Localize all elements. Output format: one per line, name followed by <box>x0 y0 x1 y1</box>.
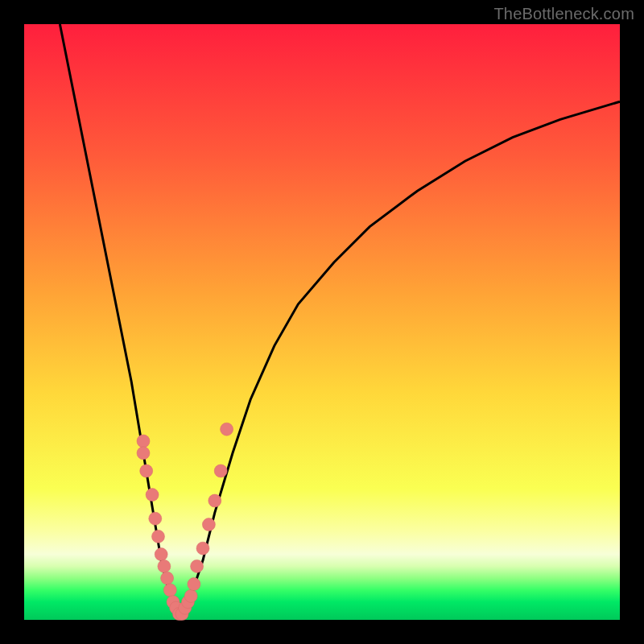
data-dot <box>163 584 176 597</box>
data-dot <box>158 559 171 572</box>
data-dot <box>188 578 200 591</box>
data-dot <box>137 435 150 448</box>
data-dot <box>146 489 159 502</box>
data-dot <box>208 494 221 507</box>
data-dot <box>221 423 233 436</box>
data-dots <box>137 423 233 620</box>
data-dot <box>140 464 153 477</box>
curve-right-branch <box>179 101 620 613</box>
data-dot <box>161 572 174 584</box>
data-dot <box>152 530 165 543</box>
data-dot <box>202 518 215 531</box>
data-dot <box>191 559 204 572</box>
plot-area <box>24 24 620 620</box>
data-dot <box>149 512 162 525</box>
data-dot <box>155 548 167 561</box>
data-dot <box>214 464 227 477</box>
watermark-text: TheBottleneck.com <box>493 5 634 23</box>
curve-layer <box>24 24 620 620</box>
data-dot <box>196 542 209 555</box>
data-dot <box>184 589 197 602</box>
curve-left-branch <box>60 24 179 614</box>
chart-frame: TheBottleneck.com <box>0 0 644 644</box>
data-dot <box>137 447 150 460</box>
